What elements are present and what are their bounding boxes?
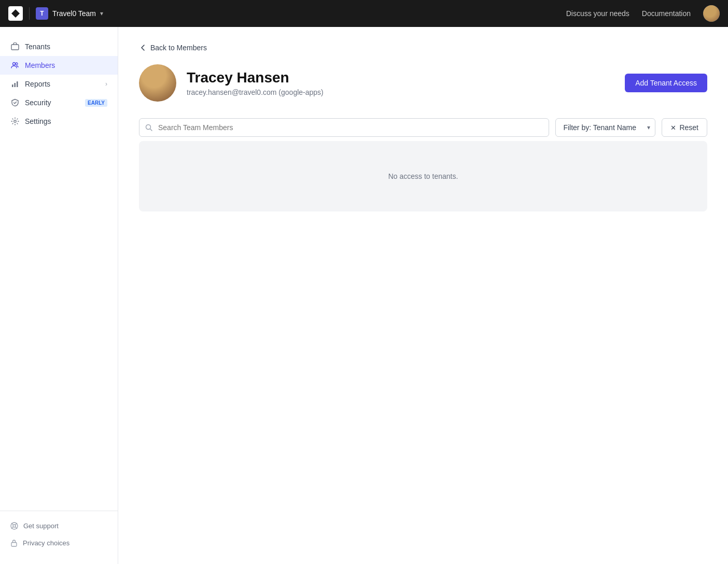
filter-select-wrap: Filter by: Tenant Name Filter by: Role ▾	[555, 118, 655, 137]
team-name: Travel0 Team	[52, 9, 96, 18]
member-details: Tracey Hansen tracey.hansen@travel0.com …	[187, 69, 324, 96]
sidebar-item-security[interactable]: Security EARLY	[0, 93, 118, 112]
get-support-label: Get support	[23, 522, 59, 530]
privacy-choices-label: Privacy choices	[23, 539, 69, 547]
svg-point-1	[13, 63, 16, 65]
sidebar-item-settings[interactable]: Settings	[0, 112, 118, 131]
filter-select[interactable]: Filter by: Tenant Name Filter by: Role	[555, 118, 655, 137]
discuss-needs-btn[interactable]: Discuss your needs	[566, 9, 629, 18]
user-avatar-img	[703, 5, 720, 22]
settings-icon	[10, 117, 20, 126]
reset-button[interactable]: ✕ Reset	[662, 118, 707, 137]
search-input[interactable]	[139, 118, 549, 137]
chevron-down-icon: ▾	[100, 10, 103, 17]
reset-label: Reset	[679, 123, 698, 132]
svg-rect-4	[15, 83, 16, 87]
support-icon	[10, 522, 18, 530]
svg-point-8	[13, 525, 16, 527]
empty-state: No access to tenants.	[139, 141, 707, 212]
tenants-icon	[10, 42, 20, 51]
main-layout: Tenants Members	[0, 27, 728, 564]
member-info: Tracey Hansen tracey.hansen@travel0.com …	[139, 64, 324, 102]
member-avatar-img	[139, 64, 176, 102]
sidebar: Tenants Members	[0, 27, 118, 564]
sidebar-privacy-choices[interactable]: Privacy choices	[0, 534, 118, 552]
svg-point-6	[14, 120, 16, 122]
back-to-members-link[interactable]: Back to Members	[139, 44, 207, 52]
member-email: tracey.hansen@travel0.com (google-apps)	[187, 88, 324, 96]
team-avatar: T	[36, 7, 48, 20]
members-icon	[10, 61, 20, 70]
nav-divider	[29, 7, 30, 20]
svg-rect-13	[11, 543, 17, 547]
svg-rect-5	[17, 81, 18, 87]
search-wrap	[139, 118, 549, 137]
member-name: Tracey Hansen	[187, 69, 324, 86]
close-icon: ✕	[670, 124, 676, 132]
sidebar-item-tenants[interactable]: Tenants	[0, 37, 118, 56]
sidebar-members-label: Members	[25, 61, 107, 69]
arrow-left-icon	[139, 44, 147, 52]
member-avatar	[139, 64, 176, 102]
user-avatar[interactable]	[703, 5, 720, 22]
team-switcher[interactable]: T Travel0 Team ▾	[36, 7, 103, 20]
sidebar-reports-label: Reports	[25, 80, 100, 88]
add-tenant-access-button[interactable]: Add Tenant Access	[625, 74, 707, 92]
svg-rect-3	[12, 84, 13, 87]
early-badge: EARLY	[85, 99, 107, 107]
documentation-btn[interactable]: Documentation	[642, 9, 691, 18]
sidebar-nav: Tenants Members	[0, 33, 118, 511]
search-icon	[145, 124, 152, 131]
sidebar-tenants-label: Tenants	[25, 43, 107, 51]
chevron-right-icon: ›	[105, 80, 107, 88]
sidebar-security-label: Security	[25, 98, 80, 107]
privacy-icon	[10, 539, 18, 547]
topnav: T Travel0 Team ▾ Discuss your needs Docu…	[0, 0, 728, 27]
svg-line-15	[150, 129, 152, 131]
sidebar-item-members[interactable]: Members	[0, 56, 118, 75]
sidebar-footer: Get support Privacy choices	[0, 511, 118, 558]
reports-icon	[10, 79, 20, 89]
topnav-right: Discuss your needs Documentation	[566, 5, 720, 22]
svg-point-2	[16, 63, 18, 65]
empty-state-message: No access to tenants.	[388, 172, 458, 180]
sidebar-get-support[interactable]: Get support	[0, 517, 118, 534]
sidebar-settings-label: Settings	[25, 117, 107, 125]
sidebar-item-reports[interactable]: Reports ›	[0, 75, 118, 93]
security-icon	[10, 98, 20, 107]
search-filter-row: Filter by: Tenant Name Filter by: Role ▾…	[139, 118, 707, 137]
main-content: Back to Members Tracey Hansen tracey.han…	[118, 27, 728, 564]
logo-icon	[11, 9, 20, 18]
back-label: Back to Members	[150, 44, 207, 52]
topnav-left: T Travel0 Team ▾	[8, 6, 103, 21]
app-logo	[8, 6, 23, 21]
svg-rect-0	[11, 45, 19, 50]
member-header: Tracey Hansen tracey.hansen@travel0.com …	[139, 64, 707, 102]
